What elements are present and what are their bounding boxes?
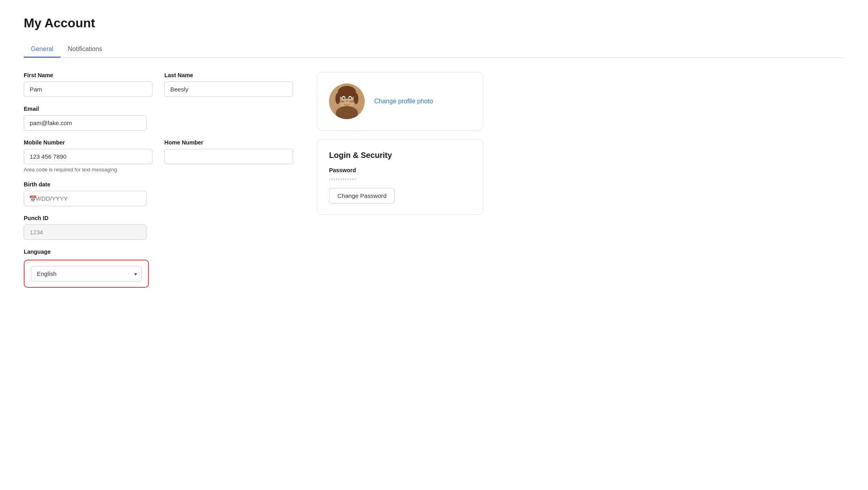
phone-row: Mobile Number Area code is required for …	[24, 139, 293, 173]
language-select-wrapper: English Spanish French German ▾	[31, 266, 142, 281]
mobile-hint: Area code is required for text messaging…	[24, 167, 152, 173]
language-label: Language	[24, 249, 149, 255]
page-title: My Account	[24, 16, 844, 30]
punch-id-label: Punch ID	[24, 215, 147, 221]
svg-point-4	[335, 93, 340, 104]
email-label: Email	[24, 106, 147, 112]
login-security-card: Login & Security Password ············ C…	[317, 139, 483, 215]
birthdate-label: Birth date	[24, 181, 147, 188]
profile-photo-card: Change profile photo	[317, 72, 483, 131]
home-number-field: Home Number	[164, 139, 293, 173]
birthdate-input[interactable]	[24, 191, 147, 206]
form-section: First Name Last Name Email Mobile Number…	[24, 72, 293, 296]
mobile-number-label: Mobile Number	[24, 139, 152, 146]
svg-point-5	[354, 93, 358, 104]
punch-id-input	[24, 224, 147, 240]
email-row: Email	[24, 106, 293, 131]
first-name-field: First Name	[24, 72, 152, 97]
svg-point-8	[343, 97, 345, 99]
change-password-button[interactable]: Change Password	[329, 188, 395, 203]
name-row: First Name Last Name	[24, 72, 293, 97]
mobile-number-input[interactable]	[24, 149, 152, 164]
last-name-label: Last Name	[164, 72, 293, 78]
email-input[interactable]	[24, 115, 147, 131]
birthdate-wrapper: 📅	[24, 191, 147, 206]
first-name-label: First Name	[24, 72, 152, 78]
home-number-label: Home Number	[164, 139, 293, 146]
language-select[interactable]: English Spanish French German	[31, 266, 142, 281]
language-highlight: English Spanish French German ▾	[24, 260, 149, 288]
tabs: General Notifications	[24, 42, 844, 58]
svg-point-3	[338, 86, 356, 99]
language-row: Language English Spanish French German ▾	[24, 249, 293, 288]
password-label: Password	[329, 167, 471, 173]
first-name-input[interactable]	[24, 82, 152, 97]
email-field: Email	[24, 106, 147, 131]
last-name-field: Last Name	[164, 72, 293, 97]
tab-general[interactable]: General	[24, 42, 61, 58]
home-number-input[interactable]	[164, 149, 293, 164]
birthdate-row: Birth date 📅	[24, 181, 293, 206]
punch-id-field: Punch ID	[24, 215, 147, 240]
tab-notifications[interactable]: Notifications	[61, 42, 109, 58]
birthdate-field: Birth date 📅	[24, 181, 147, 206]
last-name-input[interactable]	[164, 82, 293, 97]
mobile-number-field: Mobile Number Area code is required for …	[24, 139, 152, 173]
change-profile-photo-link[interactable]: Change profile photo	[374, 98, 433, 105]
password-dots: ············	[329, 176, 471, 182]
login-security-title: Login & Security	[329, 151, 471, 160]
avatar	[329, 84, 365, 119]
language-section: Language English Spanish French German ▾	[24, 249, 149, 288]
calendar-icon: 📅	[29, 195, 37, 202]
svg-point-10	[346, 101, 348, 102]
punch-id-row: Punch ID	[24, 215, 293, 240]
svg-point-9	[349, 97, 351, 99]
main-layout: First Name Last Name Email Mobile Number…	[24, 72, 844, 296]
avatar-svg	[329, 84, 365, 119]
sidebar-section: Change profile photo Login & Security Pa…	[317, 72, 483, 224]
